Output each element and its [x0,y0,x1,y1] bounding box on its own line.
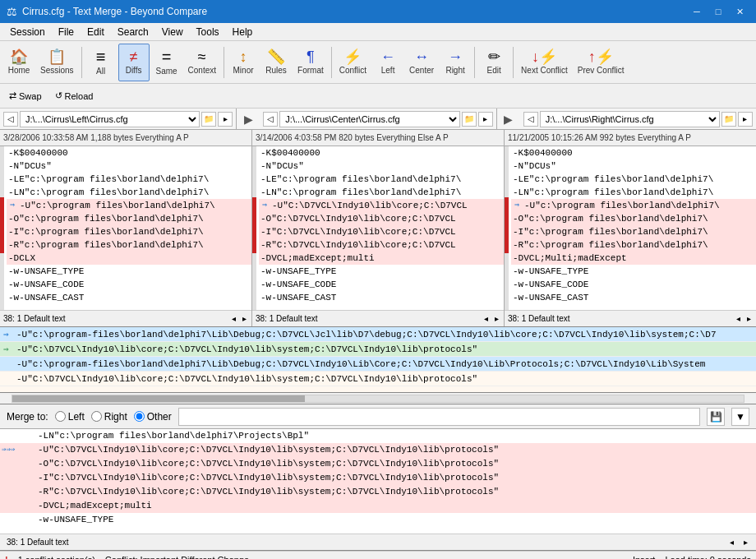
mergeto-save-button[interactable]: 💾 [707,408,725,426]
horizontal-scrollbar-track[interactable] [12,395,744,403]
right-scroll-right[interactable]: ▸ [745,314,753,323]
table-row: -DVCL;Multi;madExcept [511,252,756,265]
rules-button[interactable]: 📏 Rules [260,44,292,81]
horizontal-scrollbar-thumb[interactable] [12,395,305,402]
left-file-path[interactable]: J:\...\Cirrus\Left\Cirrus.cfg [20,111,200,127]
diffs-icon: ≠ [130,49,138,64]
table-row: -w-UNSAFE_CODE [7,278,251,291]
left-button[interactable]: ← Left [372,44,403,81]
menu-session[interactable]: Session [3,25,52,39]
conflict-button[interactable]: ⚡ Conflict [335,44,371,81]
mergeto-other-radio[interactable] [134,411,145,422]
status-mode: Insert [633,555,656,560]
right-label: Right [445,66,464,75]
context-button[interactable]: ≈ Context [184,44,220,81]
center-button[interactable]: ↔ Center [405,44,438,81]
minimize-button[interactable]: ─ [687,3,707,20]
center-pane-content[interactable]: -K$00400000 -N"DCUs" -LE"c:\program file… [252,146,504,310]
right-file-browse[interactable]: 📁 [721,112,736,127]
menu-file[interactable]: File [52,25,81,39]
status-conflicts: 1 conflict section(s) [18,555,95,560]
center-scroll-right[interactable]: ▸ [493,314,500,323]
edit-button[interactable]: ✏ Edit [478,44,509,81]
mergeto-right-radio[interactable] [91,411,102,422]
bottom-status-text: 38: 1 Default text [7,538,69,547]
bottom-scroll-left[interactable]: ◂ [728,538,735,547]
reload-button[interactable]: ↺ Reload [49,86,99,106]
left-pane-content[interactable]: -K$00400000 -N"DCUs" -LE"c:\program file… [0,146,251,310]
right-button[interactable]: → Right [440,44,471,81]
table-row: -N"DCUs" [259,159,504,173]
center-file-arrow[interactable]: ▸ [478,112,493,127]
inforows-scrollbar[interactable] [0,393,756,404]
home-button[interactable]: 🏠 Home [3,44,35,81]
minor-icon: ↕ [240,49,247,64]
next-conflict-button[interactable]: ↓⚡ Next Conflict [517,44,572,81]
conflict-icon: ⚡ [343,49,362,64]
left-file-prev[interactable]: ◁ [3,112,18,127]
minor-button[interactable]: ↕ Minor [228,44,259,81]
edit-label: Edit [486,66,500,75]
mergeto-other-option[interactable]: Other [134,411,172,423]
center-pane: -K$00400000 -N"DCUs" -LE"c:\program file… [252,146,505,326]
menu-help[interactable]: Help [226,25,260,39]
table-row: -R"c:\program files\borland\delphi7\ [7,238,251,252]
same-button[interactable]: = Same [151,44,182,81]
diffs-button[interactable]: ≠ Diffs [118,44,150,81]
sessions-button[interactable]: 📋 Sessions [36,44,78,81]
left-file-arrow[interactable]: ▸ [218,112,233,127]
center-scroll-left[interactable]: ◂ [482,314,490,323]
list-item: -DVCL;madExcept;multi [0,499,756,513]
table-row: -LN"c:\program files\borland\delphi7\ [511,186,756,199]
menu-edit[interactable]: Edit [81,25,111,39]
center-file-prev[interactable]: ◁ [263,112,278,127]
table-row: -I"c:\program files\borland\delphi7\ [7,225,251,238]
center-file-path[interactable]: J:\...\Cirrus\Center\Cirrus.cfg [279,111,459,127]
menu-tools[interactable]: Tools [190,25,226,39]
right-pane: -K$00400000 -N"DCUs" -LE"c:\program file… [505,146,756,326]
mergeto-left-option[interactable]: Left [55,411,85,423]
swap-button[interactable]: ⇄ Swap [3,86,48,106]
format-icon: ¶ [307,49,315,64]
home-label: Home [8,66,30,75]
left-fileinfo: 3/28/2006 10:33:58 AM 1,188 bytes Everyt… [0,130,252,146]
right-scroll-left[interactable]: ◂ [735,314,742,323]
left-scroll-left[interactable]: ◂ [230,314,237,323]
menu-search[interactable]: Search [111,25,155,39]
format-button[interactable]: ¶ Format [293,44,328,81]
gutter-icon: ⇒⇒⇒ [2,443,15,457]
window-controls: ─ □ ✕ [687,3,749,20]
bottom-scroll-right[interactable]: ▸ [742,538,749,547]
close-button[interactable]: ✕ [730,3,749,20]
menu-view[interactable]: View [155,25,190,39]
table-row: -DVCL;madExcept;multi [259,252,504,265]
all-label: All [96,67,105,76]
table-row: -LE"c:\program files\borland\delphi7\ [511,173,756,186]
left-icon: ← [380,49,395,64]
table-row: -N"DCUs" [7,159,251,173]
right-file-path[interactable]: J:\...\Cirrus\Right\Cirrus.cfg [540,111,720,127]
left-file-browse[interactable]: 📁 [201,112,216,127]
all-button[interactable]: ≡ All [85,44,117,81]
maximize-button[interactable]: □ [708,3,728,20]
home-icon: 🏠 [10,49,28,64]
center-file-browse[interactable]: 📁 [462,112,477,127]
context-label: Context [188,66,216,75]
reload-icon: ↺ [55,90,62,101]
next-conflict-label: Next Conflict [521,66,568,75]
mergeto-right-option[interactable]: Right [91,411,127,423]
left-scroll-right[interactable]: ▸ [241,314,248,323]
list-item: -U"c:\program-files\borland\delphi7\Lib\… [0,357,756,372]
table-row: -w-UNSAFE_CAST [7,291,251,304]
main-content: -K$00400000 -N"DCUs" -LE"c:\program file… [0,146,756,327]
bottom-pane-content[interactable]: -LN"c:\program files\borland\delphi7\Pro… [0,429,756,534]
right-file-arrow[interactable]: ▸ [738,112,753,127]
mergeto-left-radio[interactable] [55,411,66,422]
line-gutter [2,499,35,513]
right-file-prev[interactable]: ◁ [523,112,538,127]
mergeto-path-input[interactable] [178,408,700,426]
right-pane-content[interactable]: -K$00400000 -N"DCUs" -LE"c:\program file… [505,146,756,310]
mergeto-menu-button[interactable]: ▼ [731,408,749,426]
prev-conflict-button[interactable]: ↑⚡ Prev Conflict [574,44,629,81]
status-conflict-icon: ! [5,555,8,560]
